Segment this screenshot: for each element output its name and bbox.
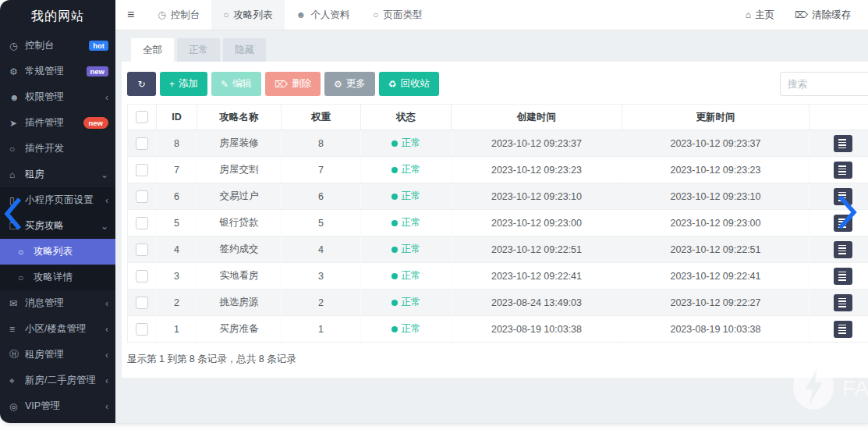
cell-id: 4 — [157, 236, 197, 263]
add-button[interactable]: +添加 — [160, 72, 207, 96]
hamburger-icon[interactable]: ≡ — [115, 8, 146, 22]
circle-icon: ○ — [373, 9, 378, 20]
carousel-prev-arrow[interactable] — [3, 196, 23, 232]
cell-name: 签约成交 — [197, 236, 282, 263]
home-icon: ⌂ — [9, 169, 25, 180]
trash-icon: ⌦ — [275, 79, 288, 90]
sidebar-item-rent[interactable]: ⌂租房⌄ — [0, 162, 115, 187]
toolbar: ↻+添加✎编辑⌦删除⚙更多♻回收站 — [127, 72, 868, 96]
row-checkbox[interactable] — [136, 190, 148, 203]
dashboard-icon: ◷ — [9, 41, 25, 52]
status-dot-icon — [391, 194, 398, 200]
more-button[interactable]: ⚙更多 — [324, 72, 375, 96]
cell-created: 2023-08-24 13:49:03 — [452, 290, 622, 316]
sidebar-item-addon[interactable]: ➤插件管理new — [0, 110, 115, 136]
row-checkbox-cell — [128, 157, 157, 183]
select-all-checkbox[interactable] — [136, 111, 148, 123]
sidebar-item-rent-manage[interactable]: Ⓗ租房管理‹ — [0, 342, 115, 368]
sidebar-item-house-manage[interactable]: ⌖新房/二手房管理‹ — [0, 368, 115, 393]
topbar: ≡ ◷控制台○攻略列表☻个人资料○页面类型 ⌂主页⌦清除缓存 — [115, 0, 868, 30]
row-checkbox-cell — [128, 130, 157, 157]
cell-ops — [810, 157, 868, 183]
sidebar-item-label: VIP管理 — [25, 400, 102, 413]
sidebar-item-community[interactable]: ≡小区/楼盘管理‹ — [0, 316, 115, 342]
clear-cache-button[interactable]: ⌦清除缓存 — [785, 9, 861, 22]
cell-name: 房屋交割 — [197, 157, 282, 183]
col-name: 攻略名称 — [197, 105, 282, 130]
status-label: 正常 — [402, 217, 421, 228]
cell-id: 1 — [157, 316, 197, 343]
chevron-left-icon: ‹ — [105, 92, 108, 103]
badge-new: new — [83, 117, 108, 130]
sidebar-item-label: 小程序页面设置 — [25, 194, 102, 207]
col-ops — [810, 105, 868, 130]
chevron-down-icon: ⌄ — [101, 169, 108, 180]
cell-id: 6 — [157, 183, 197, 210]
row-detail-button[interactable] — [834, 294, 852, 311]
tab-guide-list[interactable]: ○攻略列表 — [211, 0, 284, 30]
row-detail-button[interactable] — [834, 135, 852, 152]
row-detail-button[interactable] — [834, 321, 852, 338]
cell-created: 2023-10-12 09:23:23 — [452, 157, 622, 183]
sidebar-item-guide-list[interactable]: ○攻略列表 — [0, 239, 115, 265]
sidebar-item-label: 攻略详情 — [34, 271, 108, 284]
row-detail-button[interactable] — [834, 268, 852, 285]
home-button[interactable]: ⌂主页 — [735, 9, 785, 22]
cell-status: 正常 — [361, 183, 452, 210]
action-label: 主页 — [755, 9, 774, 22]
button-label: 更多 — [346, 77, 366, 91]
sidebar-item-console[interactable]: ◷控制台hot — [0, 33, 115, 59]
row-checkbox[interactable] — [136, 297, 148, 309]
carousel-next-arrow[interactable] — [835, 194, 859, 231]
edit-button[interactable]: ✎编辑 — [211, 72, 261, 96]
cell-status: 正常 — [361, 130, 452, 157]
row-checkbox[interactable] — [136, 270, 148, 283]
row-detail-button[interactable] — [834, 162, 852, 179]
message-icon: ✉ — [9, 298, 25, 309]
sidebar-item-message[interactable]: ✉消息管理‹ — [0, 290, 115, 316]
trash-icon: ⌦ — [795, 9, 808, 20]
sidebar-item-vip[interactable]: ◎VIP管理‹ — [0, 393, 115, 419]
sidebar-item-label: 租房管理 — [25, 348, 102, 361]
sidebar-item-general[interactable]: ⚙常规管理new — [0, 59, 115, 84]
search-input[interactable] — [780, 72, 868, 96]
cell-status: 正常 — [361, 236, 452, 263]
table-row: 5银行贷款5正常2023-10-12 09:23:002023-10-12 09… — [128, 210, 868, 236]
list-icon: ≡ — [9, 324, 25, 335]
filter-tab-normal[interactable]: 正常 — [177, 38, 220, 62]
tab-page-type[interactable]: ○页面类型 — [361, 0, 434, 30]
sidebar-item-label: 常规管理 — [25, 65, 83, 78]
table-row: 8房屋装修8正常2023-10-12 09:23:372023-10-12 09… — [128, 130, 868, 157]
delete-button[interactable]: ⌦删除 — [265, 72, 321, 96]
cell-name: 房屋装修 — [197, 130, 282, 157]
sidebar-item-guide-detail[interactable]: ○攻略详情 — [0, 265, 115, 290]
main-area: ≡ ◷控制台○攻略列表☻个人资料○页面类型 ⌂主页⌦清除缓存 全部正常隐藏 ↻+… — [115, 0, 868, 423]
status-dot-icon — [391, 220, 398, 226]
recycle-button[interactable]: ♻回收站 — [379, 72, 439, 96]
tab-console[interactable]: ◷控制台 — [146, 0, 211, 30]
row-checkbox[interactable] — [136, 164, 148, 176]
sidebar-item-label: 新房/二手房管理 — [25, 374, 102, 387]
row-checkbox[interactable] — [136, 323, 148, 336]
filter-tab-all[interactable]: 全部 — [131, 38, 174, 62]
chevron-left-icon: ‹ — [105, 401, 108, 412]
sidebar-item-auth[interactable]: ☻权限管理‹ — [0, 84, 115, 110]
row-detail-button[interactable] — [834, 241, 852, 258]
status-label: 正常 — [402, 297, 421, 307]
topbar-tabs: ◷控制台○攻略列表☻个人资料○页面类型 — [146, 0, 434, 30]
row-checkbox[interactable] — [136, 243, 148, 256]
table-row: 7房屋交割7正常2023-10-12 09:23:232023-10-12 09… — [128, 157, 868, 183]
button-label: 回收站 — [401, 77, 430, 91]
home-icon: ⌂ — [746, 9, 751, 20]
filter-tab-hidden[interactable]: 隐藏 — [223, 38, 266, 62]
sidebar-item-addon-dev[interactable]: ○插件开发 — [0, 136, 115, 162]
chevron-left-icon: ‹ — [105, 350, 108, 361]
row-checkbox[interactable] — [136, 217, 148, 229]
cell-weight: 3 — [282, 263, 361, 290]
tab-profile[interactable]: ☻个人资料 — [285, 0, 362, 30]
row-checkbox[interactable] — [136, 137, 148, 150]
cell-id: 8 — [157, 130, 197, 157]
refresh-button[interactable]: ↻ — [127, 72, 156, 96]
sidebar-item-label: 控制台 — [25, 39, 86, 52]
row-checkbox-cell — [128, 183, 157, 210]
